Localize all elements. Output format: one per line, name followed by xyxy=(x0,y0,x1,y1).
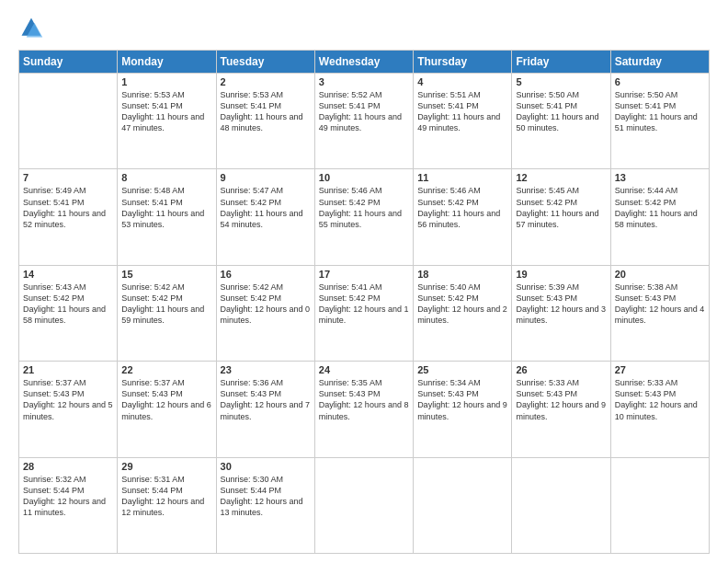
logo xyxy=(18,15,46,40)
day-number: 13 xyxy=(615,172,705,183)
day-number: 22 xyxy=(121,364,211,375)
day-number: 6 xyxy=(615,76,705,87)
day-info: Sunrise: 5:49 AMSunset: 5:41 PMDaylight:… xyxy=(23,185,113,230)
day-number: 4 xyxy=(417,76,507,87)
day-number: 2 xyxy=(221,76,311,87)
day-cell: 6Sunrise: 5:50 AMSunset: 5:41 PMDaylight… xyxy=(610,74,709,169)
day-cell: 22Sunrise: 5:37 AMSunset: 5:43 PMDayligh… xyxy=(118,362,216,457)
day-cell: 11Sunrise: 5:46 AMSunset: 5:42 PMDayligh… xyxy=(414,169,512,265)
day-cell: 2Sunrise: 5:53 AMSunset: 5:41 PMDaylight… xyxy=(216,74,314,169)
day-info: Sunrise: 5:42 AMSunset: 5:42 PMDaylight:… xyxy=(121,282,211,327)
day-info: Sunrise: 5:43 AMSunset: 5:42 PMDaylight:… xyxy=(23,282,113,327)
day-cell: 8Sunrise: 5:48 AMSunset: 5:41 PMDaylight… xyxy=(118,169,216,265)
day-cell: 17Sunrise: 5:41 AMSunset: 5:42 PMDayligh… xyxy=(314,265,413,361)
day-number: 15 xyxy=(121,269,211,280)
day-cell: 4Sunrise: 5:51 AMSunset: 5:41 PMDaylight… xyxy=(414,74,512,169)
day-number: 19 xyxy=(516,269,606,280)
weekday-header-thursday: Thursday xyxy=(414,51,512,74)
week-row-1: 1Sunrise: 5:53 AMSunset: 5:41 PMDaylight… xyxy=(19,74,710,169)
weekday-header-friday: Friday xyxy=(512,51,610,74)
day-number: 28 xyxy=(23,461,113,472)
day-cell: 10Sunrise: 5:46 AMSunset: 5:42 PMDayligh… xyxy=(314,169,413,265)
day-number: 1 xyxy=(121,76,211,87)
day-info: Sunrise: 5:32 AMSunset: 5:44 PMDaylight:… xyxy=(23,474,113,519)
day-info: Sunrise: 5:42 AMSunset: 5:42 PMDaylight:… xyxy=(221,282,311,327)
day-number: 20 xyxy=(615,269,705,280)
day-number: 7 xyxy=(23,172,113,183)
day-cell: 27Sunrise: 5:33 AMSunset: 5:43 PMDayligh… xyxy=(610,362,709,457)
day-info: Sunrise: 5:50 AMSunset: 5:41 PMDaylight:… xyxy=(516,89,606,134)
day-info: Sunrise: 5:53 AMSunset: 5:41 PMDaylight:… xyxy=(121,89,211,134)
day-cell: 13Sunrise: 5:44 AMSunset: 5:42 PMDayligh… xyxy=(610,169,709,265)
weekday-header-sunday: Sunday xyxy=(19,51,118,74)
day-cell: 24Sunrise: 5:35 AMSunset: 5:43 PMDayligh… xyxy=(314,362,413,457)
day-info: Sunrise: 5:35 AMSunset: 5:43 PMDaylight:… xyxy=(319,377,409,422)
day-cell xyxy=(512,457,610,553)
week-row-4: 21Sunrise: 5:37 AMSunset: 5:43 PMDayligh… xyxy=(19,362,710,457)
calendar-page: SundayMondayTuesdayWednesdayThursdayFrid… xyxy=(0,0,728,563)
day-info: Sunrise: 5:36 AMSunset: 5:43 PMDaylight:… xyxy=(221,377,311,422)
day-cell: 16Sunrise: 5:42 AMSunset: 5:42 PMDayligh… xyxy=(216,265,314,361)
day-cell: 7Sunrise: 5:49 AMSunset: 5:41 PMDaylight… xyxy=(19,169,118,265)
day-number: 3 xyxy=(319,76,409,87)
week-row-2: 7Sunrise: 5:49 AMSunset: 5:41 PMDaylight… xyxy=(19,169,710,265)
day-number: 14 xyxy=(23,269,113,280)
day-cell xyxy=(610,457,709,553)
weekday-header-tuesday: Tuesday xyxy=(216,51,314,74)
day-number: 16 xyxy=(221,269,311,280)
day-cell: 1Sunrise: 5:53 AMSunset: 5:41 PMDaylight… xyxy=(118,74,216,169)
day-cell: 19Sunrise: 5:39 AMSunset: 5:43 PMDayligh… xyxy=(512,265,610,361)
day-number: 21 xyxy=(23,364,113,375)
day-cell: 5Sunrise: 5:50 AMSunset: 5:41 PMDaylight… xyxy=(512,74,610,169)
weekday-header-saturday: Saturday xyxy=(610,51,709,74)
day-number: 8 xyxy=(121,172,211,183)
day-number: 11 xyxy=(417,172,507,183)
day-number: 18 xyxy=(417,269,507,280)
day-info: Sunrise: 5:45 AMSunset: 5:42 PMDaylight:… xyxy=(516,185,606,230)
day-info: Sunrise: 5:52 AMSunset: 5:41 PMDaylight:… xyxy=(319,89,409,134)
day-info: Sunrise: 5:44 AMSunset: 5:42 PMDaylight:… xyxy=(615,185,705,230)
day-info: Sunrise: 5:39 AMSunset: 5:43 PMDaylight:… xyxy=(516,282,606,327)
day-info: Sunrise: 5:46 AMSunset: 5:42 PMDaylight:… xyxy=(319,185,409,230)
day-info: Sunrise: 5:47 AMSunset: 5:42 PMDaylight:… xyxy=(221,185,311,230)
day-cell xyxy=(19,74,118,169)
day-info: Sunrise: 5:37 AMSunset: 5:43 PMDaylight:… xyxy=(121,377,211,422)
day-info: Sunrise: 5:37 AMSunset: 5:43 PMDaylight:… xyxy=(23,377,113,422)
day-cell: 3Sunrise: 5:52 AMSunset: 5:41 PMDaylight… xyxy=(314,74,413,169)
day-number: 29 xyxy=(121,461,211,472)
day-cell: 18Sunrise: 5:40 AMSunset: 5:42 PMDayligh… xyxy=(414,265,512,361)
day-info: Sunrise: 5:48 AMSunset: 5:41 PMDaylight:… xyxy=(121,185,211,230)
day-cell: 12Sunrise: 5:45 AMSunset: 5:42 PMDayligh… xyxy=(512,169,610,265)
day-cell: 28Sunrise: 5:32 AMSunset: 5:44 PMDayligh… xyxy=(19,457,118,553)
day-cell: 20Sunrise: 5:38 AMSunset: 5:43 PMDayligh… xyxy=(610,265,709,361)
day-cell: 30Sunrise: 5:30 AMSunset: 5:44 PMDayligh… xyxy=(216,457,314,553)
day-cell: 26Sunrise: 5:33 AMSunset: 5:43 PMDayligh… xyxy=(512,362,610,457)
logo-icon xyxy=(18,15,44,40)
day-cell: 29Sunrise: 5:31 AMSunset: 5:44 PMDayligh… xyxy=(118,457,216,553)
weekday-header-row: SundayMondayTuesdayWednesdayThursdayFrid… xyxy=(19,51,710,74)
week-row-5: 28Sunrise: 5:32 AMSunset: 5:44 PMDayligh… xyxy=(19,457,710,553)
day-number: 27 xyxy=(615,364,705,375)
day-info: Sunrise: 5:30 AMSunset: 5:44 PMDaylight:… xyxy=(221,474,311,519)
day-number: 9 xyxy=(221,172,311,183)
day-info: Sunrise: 5:53 AMSunset: 5:41 PMDaylight:… xyxy=(221,89,311,134)
day-info: Sunrise: 5:33 AMSunset: 5:43 PMDaylight:… xyxy=(516,377,606,422)
day-cell: 21Sunrise: 5:37 AMSunset: 5:43 PMDayligh… xyxy=(19,362,118,457)
day-number: 26 xyxy=(516,364,606,375)
day-info: Sunrise: 5:51 AMSunset: 5:41 PMDaylight:… xyxy=(417,89,507,134)
day-info: Sunrise: 5:31 AMSunset: 5:44 PMDaylight:… xyxy=(121,474,211,519)
day-cell: 14Sunrise: 5:43 AMSunset: 5:42 PMDayligh… xyxy=(19,265,118,361)
header xyxy=(18,15,710,40)
day-info: Sunrise: 5:38 AMSunset: 5:43 PMDaylight:… xyxy=(615,282,705,327)
day-cell: 9Sunrise: 5:47 AMSunset: 5:42 PMDaylight… xyxy=(216,169,314,265)
day-cell: 25Sunrise: 5:34 AMSunset: 5:43 PMDayligh… xyxy=(414,362,512,457)
day-number: 10 xyxy=(319,172,409,183)
day-info: Sunrise: 5:46 AMSunset: 5:42 PMDaylight:… xyxy=(417,185,507,230)
day-cell: 15Sunrise: 5:42 AMSunset: 5:42 PMDayligh… xyxy=(118,265,216,361)
day-cell xyxy=(314,457,413,553)
weekday-header-wednesday: Wednesday xyxy=(314,51,413,74)
day-cell: 23Sunrise: 5:36 AMSunset: 5:43 PMDayligh… xyxy=(216,362,314,457)
day-number: 30 xyxy=(221,461,311,472)
day-number: 17 xyxy=(319,269,409,280)
day-number: 25 xyxy=(417,364,507,375)
